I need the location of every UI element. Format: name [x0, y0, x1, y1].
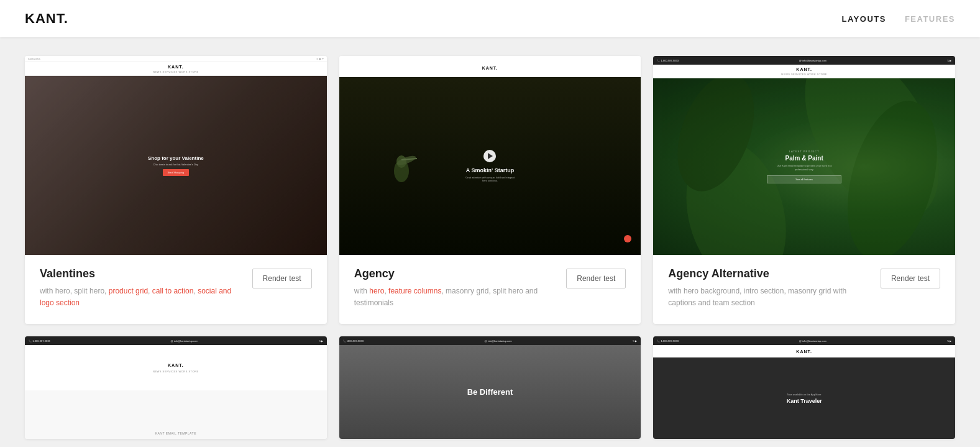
top-card-grid: Contact Us 𝕏 ▶ ✦ KANT. NEWS SERVICES WOR…	[25, 56, 955, 324]
valentines-nav: NEWS SERVICES WORK STORE	[153, 70, 199, 73]
agency-link-feature[interactable]: feature columns	[388, 287, 441, 295]
alt-topbar-email: @ info@kantstartup.com	[799, 59, 827, 62]
agency-preview[interactable]: KANT.	[339, 56, 641, 255]
agency-alt-preview[interactable]: 📞 1-800-987-9833 @ info@kantstartup.com …	[653, 56, 955, 255]
agency-link-hero[interactable]: hero	[369, 287, 384, 295]
hummingbird-icon	[377, 127, 426, 202]
b1-icons: 𝕏 ▶	[319, 339, 323, 343]
b3-hero-text: Kant Traveler	[787, 398, 822, 404]
b1-nav: NEWS SERVICES WORK STORE	[153, 370, 199, 373]
agency-alt-desc: with hero background, intro section, mas…	[668, 285, 871, 309]
agency-alt-title: Agency Alternative	[668, 267, 871, 280]
b3-logo: KANT.	[796, 349, 812, 354]
b3-icons: 𝕏 ▶	[947, 339, 951, 343]
alt-hero-btn: See all features	[767, 175, 841, 183]
valentines-link-product[interactable]: product grid	[109, 287, 148, 295]
alt-hero-label: LATEST PROJECT	[767, 150, 841, 153]
card-agency-alt: 📞 1-800-987-9833 @ info@kantstartup.com …	[653, 56, 955, 324]
agency-alt-render-btn[interactable]: Render test	[881, 269, 940, 288]
agency-title: Agency	[354, 267, 557, 280]
page-content: Contact Us 𝕏 ▶ ✦ KANT. NEWS SERVICES WOR…	[0, 37, 980, 447]
b3-subtitle: Now available on the AppStore	[787, 393, 822, 396]
valentines-text: Valentines with hero, split hero, produc…	[40, 267, 242, 309]
alt-nav: NEWS SERVICES WORK STORE	[781, 73, 827, 76]
agency-hero-title: A Smokin' Startup	[466, 167, 514, 173]
main-nav: LAYOUTS FEATURES	[841, 14, 955, 24]
agency-desc: with hero, feature columns, masonry grid…	[354, 285, 557, 309]
alt-hero-body: Use Kant email template to present your …	[774, 164, 834, 172]
b2-phone: 📞 1800-987-9833	[343, 339, 364, 343]
b3-email: @ info@kantstartup.com	[799, 339, 827, 343]
alt-logo: KANT.	[796, 67, 812, 71]
b2-icons: 𝕏 ▶	[633, 339, 637, 343]
valentines-desc: with hero, split hero, product grid, cal…	[40, 285, 242, 309]
b1-logo: KANT.	[168, 363, 184, 367]
valentines-link-cta[interactable]: call to action	[152, 287, 194, 295]
alt-hero-title: Palm & Paint	[767, 155, 841, 162]
agency-text: Agency with hero, feature columns, mason…	[354, 267, 557, 309]
b2-hero-text: Be Different	[467, 387, 513, 397]
bottom-card-2: 📞 1800-987-9833 @ info@kantstartup.com 𝕏…	[339, 336, 641, 439]
alt-topbar-icons: 𝕏 ▶	[947, 59, 951, 62]
agency-alt-info: Agency Alternative with hero background,…	[653, 255, 955, 324]
topbar-contact: Contact Us	[28, 57, 40, 60]
agency-logo: KANT.	[482, 66, 498, 70]
valentines-preview[interactable]: Contact Us 𝕏 ▶ ✦ KANT. NEWS SERVICES WOR…	[25, 56, 327, 255]
alt-topbar-phone: 📞 1-800-987-9833	[657, 59, 679, 62]
b1-label: KANT EMAIL TEMPLATE	[155, 431, 196, 435]
play-icon	[488, 153, 493, 159]
play-button[interactable]	[483, 150, 496, 162]
valentines-hero-title: Shop for your Valentine	[148, 155, 204, 161]
bottom-card-1: 📞 1-800-987-9833 @ info@kantstartup.com …	[25, 336, 327, 439]
agency-alt-text: Agency Alternative with hero background,…	[668, 267, 871, 309]
valentines-hero-btn: Start Shopping	[163, 169, 189, 176]
bottom-card-3: 📞 1-800-987-9833 @ info@kantstartup.com …	[653, 336, 955, 439]
card-valentines: Contact Us 𝕏 ▶ ✦ KANT. NEWS SERVICES WOR…	[25, 56, 327, 324]
main-header: KANT. LAYOUTS FEATURES	[0, 0, 980, 37]
bottom-preview-1[interactable]: 📞 1-800-987-9833 @ info@kantstartup.com …	[25, 336, 327, 439]
agency-hero-sub: Grab attention with unique, bold and ele…	[464, 176, 516, 182]
valentines-hero-sub: Chic treats to ask for this Valentine's …	[153, 163, 199, 166]
logo[interactable]: KANT.	[25, 11, 68, 27]
nav-layouts[interactable]: LAYOUTS	[841, 14, 886, 24]
b1-email: @ info@kantstartup.com	[170, 339, 198, 343]
bottom-card-grid: 📞 1-800-987-9833 @ info@kantstartup.com …	[25, 336, 955, 439]
valentines-render-btn[interactable]: Render test	[252, 269, 312, 288]
b2-email: @ info@kantstartup.com	[484, 339, 511, 343]
agency-render-btn[interactable]: Render test	[566, 269, 626, 288]
agency-info: Agency with hero, feature columns, mason…	[339, 255, 641, 324]
valentines-title: Valentines	[40, 267, 242, 280]
b1-phone: 📞 1-800-987-9833	[29, 339, 50, 343]
valentines-info: Valentines with hero, split hero, produc…	[25, 255, 327, 324]
card-agency: KANT.	[339, 56, 641, 324]
bottom-preview-2[interactable]: 📞 1800-987-9833 @ info@kantstartup.com 𝕏…	[339, 336, 641, 439]
valentines-logo: KANT.	[168, 65, 184, 69]
b3-phone: 📞 1-800-987-9833	[657, 339, 679, 343]
nav-features[interactable]: FEATURES	[905, 14, 955, 24]
bottom-preview-3[interactable]: 📞 1-800-987-9833 @ info@kantstartup.com …	[653, 336, 955, 439]
topbar-social-icons: 𝕏 ▶ ✦	[316, 57, 323, 60]
